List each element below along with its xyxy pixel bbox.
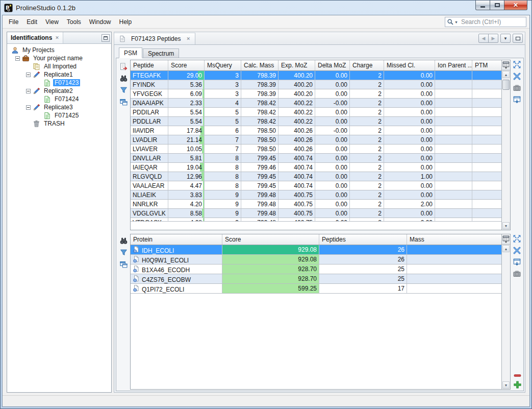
cell-charge[interactable]: 2 — [350, 99, 384, 108]
column-header-ptm[interactable]: PTM — [472, 60, 501, 70]
cell-mass[interactable] — [407, 284, 501, 294]
cell-delta_moz[interactable]: 0.00 — [315, 135, 350, 145]
cell-ptm[interactable] — [472, 71, 501, 80]
cell-peptide[interactable]: VDGLGVLK — [131, 209, 168, 218]
cell-score[interactable]: 4.08 — [168, 218, 205, 222]
cell-exp_moz[interactable]: 400.75 — [278, 190, 315, 200]
column-header-mass[interactable]: Mass — [407, 234, 501, 245]
cell-ion_parent[interactable] — [435, 99, 472, 108]
scroll-tabs-left-button[interactable]: ◀ — [478, 34, 489, 43]
table-row[interactable]: VAALAEAR4.478799.45400.740.0020.00 — [131, 181, 501, 190]
tab-spectrum[interactable]: Spectrum — [143, 49, 179, 58]
menu-window[interactable]: Window — [85, 16, 115, 28]
cell-exp_moz[interactable]: 400.74 — [278, 181, 315, 190]
cell-score[interactable]: 928.70 — [222, 264, 319, 274]
cell-exp_moz[interactable]: 400.20 — [278, 80, 315, 89]
psm-scrollbar-track[interactable] — [502, 79, 510, 222]
cell-delta_moz[interactable]: 0.00 — [315, 200, 350, 209]
cell-ion_parent[interactable] — [435, 181, 472, 190]
cell-ptm[interactable] — [472, 172, 501, 181]
menu-view[interactable]: View — [41, 16, 63, 28]
cell-calc_mass[interactable]: 799.45 — [241, 154, 278, 163]
cell-score[interactable]: 21.14 — [168, 135, 205, 145]
cell-delta_moz[interactable]: 0.00 — [315, 71, 350, 80]
cell-peptide[interactable]: IAIEQAR — [131, 163, 168, 172]
cell-missed_cl[interactable]: 0.00 — [384, 181, 435, 190]
cell-peptide[interactable]: VTDGASK — [131, 218, 168, 222]
cell-peptide[interactable]: FYINDK — [131, 80, 168, 89]
column-header-calc_mass[interactable]: Calc. Mass — [241, 60, 278, 70]
cell-exp_moz[interactable]: 400.74 — [278, 154, 315, 163]
cell-calc_mass[interactable]: 799.45 — [241, 172, 278, 181]
cell-score[interactable]: 5.81 — [168, 154, 205, 163]
table-row[interactable]: FTEGAFK29.003798.39400.200.0020.00 — [131, 71, 501, 80]
close-button[interactable]: ✕ — [504, 1, 527, 10]
cell-ms_query[interactable]: 3 — [205, 71, 241, 80]
close-view-icon[interactable] — [513, 72, 521, 81]
cell-calc_mass[interactable]: 798.42 — [241, 117, 278, 126]
cell-charge[interactable]: 2 — [350, 126, 384, 135]
column-header-ms_query[interactable]: MsQuery — [205, 60, 241, 70]
cell-charge[interactable]: 2 — [350, 181, 384, 190]
cell-ms_query[interactable]: 7 — [205, 145, 241, 154]
tab-psm[interactable]: PSM — [119, 47, 142, 58]
cell-ion_parent[interactable] — [435, 71, 472, 80]
tree-item-replicate1[interactable]: Replicate1 — [7, 70, 111, 79]
table-row[interactable]: LVIAVER10.057798.50400.260.0020.00 — [131, 145, 501, 154]
cell-missed_cl[interactable]: 0.00 — [384, 89, 435, 99]
cell-ptm[interactable] — [472, 163, 501, 172]
table-row[interactable]: VTDGASK4.089799.48400.750.0020.00 — [131, 218, 501, 222]
cell-ptm[interactable] — [472, 108, 501, 117]
cell-ion_parent[interactable] — [435, 200, 472, 209]
cell-exp_moz[interactable]: 400.26 — [278, 145, 315, 154]
cell-score[interactable]: 4.47 — [168, 181, 205, 190]
cell-ms_query[interactable]: 8 — [205, 154, 241, 163]
tree-item-all-imported[interactable]: All Imported — [7, 62, 111, 70]
cell-ptm[interactable] — [472, 200, 501, 209]
cell-ptm[interactable] — [472, 80, 501, 89]
search-binoculars-icon[interactable] — [119, 236, 128, 245]
cell-score[interactable]: 5.54 — [168, 108, 205, 117]
cell-peptide[interactable]: NNRLKR — [131, 200, 168, 209]
protein-scrollbar-track[interactable] — [502, 253, 510, 381]
cell-missed_cl[interactable]: 0.00 — [384, 154, 435, 163]
column-header-protein[interactable]: Protein — [131, 234, 222, 245]
cell-exp_moz[interactable]: 400.26 — [278, 126, 315, 135]
cell-charge[interactable]: 2 — [350, 117, 384, 126]
horizontal-splitter[interactable] — [117, 230, 523, 234]
cell-score[interactable]: 8.58 — [168, 209, 205, 218]
cell-ion_parent[interactable] — [435, 209, 472, 218]
psm-scrollbar-thumb[interactable] — [502, 80, 510, 90]
cell-charge[interactable]: 2 — [350, 218, 384, 222]
maximize-view-button[interactable] — [513, 34, 523, 43]
cell-ion_parent[interactable] — [435, 117, 472, 126]
cell-charge[interactable]: 2 — [350, 200, 384, 209]
cell-peptide[interactable]: YFVGEGK — [131, 89, 168, 99]
cell-protein[interactable]: H0Q9W1_ECOLI — [131, 255, 222, 264]
expand-view-icon[interactable] — [513, 60, 521, 69]
table-row[interactable]: LVADLIR21.147798.50400.260.0020.00 — [131, 135, 501, 145]
tree-expand-handle[interactable] — [15, 56, 20, 61]
tree-item-f071424[interactable]: F071424 — [7, 95, 111, 103]
cell-missed_cl[interactable]: 0.00 — [384, 99, 435, 108]
cell-score[interactable]: 12.96 — [168, 172, 205, 181]
column-header-peptide[interactable]: Peptide — [131, 60, 168, 70]
cell-mass[interactable] — [407, 274, 501, 284]
cell-missed_cl[interactable]: 0.00 — [384, 145, 435, 154]
cell-score[interactable]: 6.09 — [168, 89, 205, 99]
filter-icon[interactable] — [119, 248, 128, 257]
cell-exp_moz[interactable]: 400.20 — [278, 89, 315, 99]
tree-item-replicate2[interactable]: Replicate2 — [7, 87, 111, 95]
cell-peptide[interactable]: RLGVQLD — [131, 172, 168, 181]
cell-missed_cl[interactable]: 0.00 — [384, 135, 435, 145]
cell-peptide[interactable]: PDDILAR — [131, 108, 168, 117]
table-row[interactable]: NLIAEIK3.839799.48400.750.0020.00 — [131, 190, 501, 200]
cell-ptm[interactable] — [472, 89, 501, 99]
cell-calc_mass[interactable]: 798.50 — [241, 135, 278, 145]
expand-view-icon[interactable] — [513, 234, 521, 243]
search-binoculars-icon[interactable] — [119, 74, 128, 83]
table-row[interactable]: IDH_ECOLI929.0826 — [131, 245, 501, 255]
cell-delta_moz[interactable]: 0.00 — [315, 80, 350, 89]
cell-score[interactable]: 2.33 — [168, 99, 205, 108]
table-row[interactable]: PDDLLAR5.545798.42400.220.0020.00 — [131, 117, 501, 126]
